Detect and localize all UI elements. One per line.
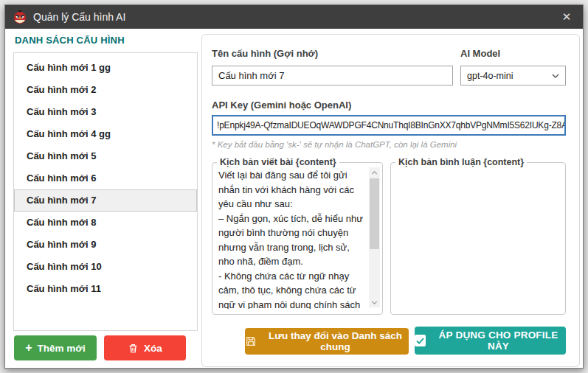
comment-script-label: Kịch bản bình luận {content} <box>395 157 527 167</box>
list-item[interactable]: Cấu hình mới 3 <box>14 101 197 123</box>
add-config-button[interactable]: + Thêm mới <box>14 335 97 360</box>
plus-icon: + <box>25 342 32 354</box>
save-to-list-label: Lưu thay đổi vào Danh sách chung <box>262 330 409 352</box>
config-detail-panel: Tên cấu hình (Gợi nhớ) AI Model gpt-4o-m… <box>201 34 580 367</box>
api-key-input[interactable]: !pEnpkj49A-QfzmaIDUEOqWAWDPGF4CNnuThqI8B… <box>212 115 566 136</box>
list-item[interactable]: Cấu hình mới 4 gg <box>14 123 197 145</box>
post-script-label: Kịch bản viết bài {content} <box>217 157 339 167</box>
scrollbar[interactable] <box>369 167 380 307</box>
comment-script-textarea[interactable] <box>391 167 551 309</box>
sidebar-header: DANH SÁCH CẤU HÌNH <box>15 35 125 46</box>
save-to-list-button[interactable]: Lưu thay đổi vào Danh sách chung <box>245 328 409 355</box>
apply-profile-label: ÁP DỤNG CHO PROFILE NÀY <box>431 330 566 352</box>
config-name-label: Tên cấu hình (Gợi nhớ) <box>212 48 318 59</box>
scroll-up-icon[interactable] <box>369 167 380 178</box>
chevron-down-icon <box>552 74 559 78</box>
list-item[interactable]: Cấu hình mới 11 <box>14 278 197 300</box>
api-key-text-before: !pEnpkj49A-QfzmaIDUEOqWAWDPGF4CNnuThqI8B… <box>217 120 486 130</box>
titlebar[interactable]: Quản lý Cấu hình AI ✕ <box>5 5 583 29</box>
apply-profile-button[interactable]: ÁP DỤNG CHO PROFILE NÀY <box>415 327 566 355</box>
app-icon <box>13 10 27 24</box>
list-item[interactable]: Cấu hình mới 10 <box>14 256 197 278</box>
scrollbar-thumb[interactable] <box>370 178 379 249</box>
api-key-text-after: NMmI5S62IUKg-Z8A <box>486 120 566 130</box>
ai-model-select[interactable]: gpt-4o-mini <box>460 66 566 86</box>
checkbox-icon <box>415 335 426 346</box>
list-item[interactable]: Cấu hình mới 1 gg <box>14 57 197 79</box>
trash-icon <box>128 343 139 354</box>
close-icon[interactable]: ✕ <box>550 5 583 29</box>
scroll-down-icon[interactable] <box>369 297 380 307</box>
list-item[interactable]: Cấu hình mới 2 <box>14 79 197 101</box>
list-item[interactable]: Cấu hình mới 9 <box>14 234 197 256</box>
api-key-note: * Key bắt đầu bằng 'sk-' sẽ tự nhận là C… <box>212 140 457 149</box>
post-script-textarea[interactable]: Viết lại bài đăng sau để tôi gửi nhắn ti… <box>212 167 368 309</box>
add-config-label: Thêm mới <box>38 343 86 354</box>
window-title: Quản lý Cấu hình AI <box>33 11 125 23</box>
list-item[interactable]: Cấu hình mới 5 <box>14 145 197 167</box>
app-window: Quản lý Cấu hình AI ✕ DANH SÁCH CẤU HÌNH… <box>4 4 584 369</box>
ai-model-value: gpt-4o-mini <box>467 71 513 81</box>
delete-config-label: Xóa <box>144 343 162 354</box>
api-key-label: API Key (Gemini hoặc OpenAI) <box>212 100 351 111</box>
comment-script-groupbox: Kịch bản bình luận {content} <box>390 157 566 315</box>
config-list: Cấu hình mới 1 ggCấu hình mới 2Cấu hình … <box>13 52 198 331</box>
list-item[interactable]: Cấu hình mới 7 <box>14 189 197 212</box>
list-item[interactable]: Cấu hình mới 8 <box>14 212 197 234</box>
list-item[interactable]: Cấu hình mới 6 <box>14 167 197 189</box>
delete-config-button[interactable]: Xóa <box>104 335 186 360</box>
post-script-groupbox: Kịch bản viết bài {content} Viết lại bài… <box>212 157 383 315</box>
save-icon <box>245 335 257 347</box>
ai-model-label: AI Model <box>460 48 500 59</box>
config-name-input[interactable] <box>212 66 453 86</box>
